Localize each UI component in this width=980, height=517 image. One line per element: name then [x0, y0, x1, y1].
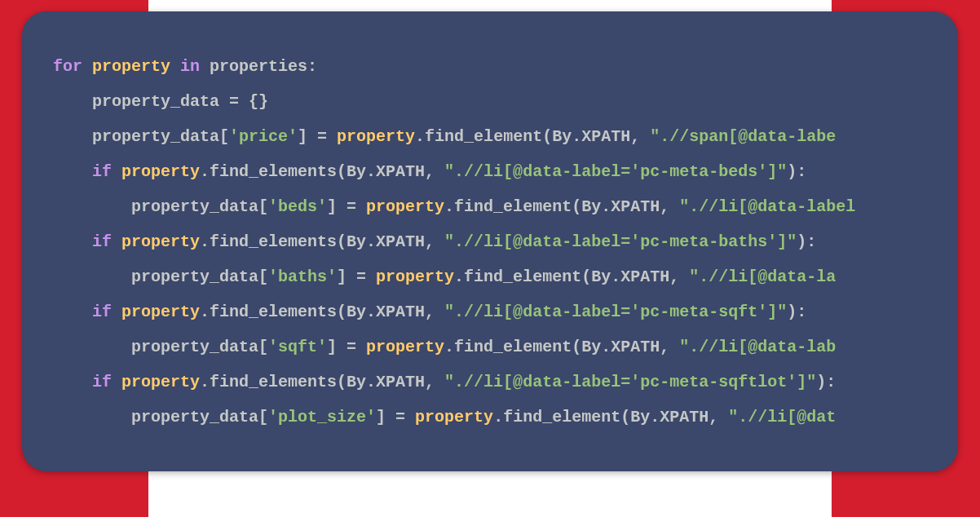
code-token: .find_element(By.XPATH, [415, 127, 650, 146]
code-token: ".//li[@data-label='pc-meta-sqftlot']" [444, 373, 816, 391]
code-line: property_data['baths'] = property.find_e… [53, 259, 942, 294]
code-token: = [356, 267, 376, 286]
code-token: if [92, 303, 121, 321]
code-line: property_data = {} [53, 84, 942, 119]
code-line: if property.find_elements(By.XPATH, ".//… [53, 224, 942, 259]
code-line: if property.find_elements(By.XPATH, ".//… [53, 154, 942, 189]
code-token: = [229, 92, 249, 111]
code-container: for property in properties: property_dat… [53, 49, 942, 435]
code-token: ): [787, 162, 806, 181]
code-token: property_data[ [92, 127, 229, 146]
code-token: = [347, 197, 366, 216]
code-token: .find_element(By.XPATH, [454, 267, 689, 286]
code-token: property_data[ [131, 197, 268, 216]
code-token: ] [298, 127, 317, 146]
code-token: ".//li[@data-la [689, 267, 836, 286]
code-token: if [92, 162, 121, 181]
code-token: if [92, 232, 121, 251]
code-token: property [121, 232, 200, 251]
code-token: properties [210, 57, 307, 76]
code-line: property_data['sqft'] = property.find_el… [53, 329, 942, 365]
code-token: .find_elements(By.XPATH, [200, 232, 444, 251]
code-token: ): [816, 373, 836, 391]
code-token: = [395, 408, 415, 426]
code-token: ".//li[@data-label='pc-meta-sqft']" [444, 303, 787, 321]
code-token: in [170, 57, 210, 76]
code-token: ".//span[@data-labe [650, 127, 836, 146]
code-token: 'sqft' [268, 338, 327, 356]
code-token: 'price' [229, 127, 298, 146]
code-token: = [347, 338, 366, 356]
code-line: if property.find_elements(By.XPATH, ".//… [53, 294, 942, 329]
code-token: {} [249, 92, 268, 111]
code-token: property [92, 57, 170, 76]
code-token: ] [337, 267, 356, 286]
code-token: property [337, 127, 415, 146]
code-line: for property in properties: [53, 49, 942, 84]
code-token: property [415, 408, 493, 426]
code-token: .find_elements(By.XPATH, [200, 162, 444, 181]
code-token: .find_element(By.XPATH, [444, 197, 679, 216]
code-token: ] [327, 338, 347, 356]
code-token: ): [797, 232, 816, 251]
code-token: property_data[ [131, 408, 268, 426]
code-token: property [366, 338, 444, 356]
code-token: ".//li[@data-lab [679, 338, 836, 356]
code-token: .find_elements(By.XPATH, [200, 303, 444, 321]
code-token: ] [327, 197, 347, 216]
code-token: property_data[ [131, 267, 268, 286]
code-token: for [53, 57, 92, 76]
code-token: .find_element(By.XPATH, [444, 338, 679, 356]
code-token: if [92, 373, 121, 391]
code-block: for property in properties: property_dat… [22, 11, 958, 471]
code-token: ".//li[@data-label='pc-meta-baths']" [444, 232, 797, 251]
code-token: property_data[ [131, 338, 268, 356]
code-token: 'baths' [268, 267, 337, 286]
code-token: ".//li[@data-label='pc-meta-beds']" [444, 162, 787, 181]
code-token: ] [376, 408, 395, 426]
code-token: property [366, 197, 444, 216]
code-token: ): [787, 303, 806, 321]
code-token: property [121, 162, 200, 181]
code-token: property [121, 303, 200, 321]
code-token: .find_elements(By.XPATH, [200, 373, 444, 391]
code-token: : [307, 57, 317, 76]
code-token: property_data [92, 92, 229, 111]
code-token: property [121, 373, 200, 391]
code-token: 'beds' [268, 197, 327, 216]
code-token: = [317, 127, 337, 146]
code-line: property_data['plot_size'] = property.fi… [53, 400, 942, 435]
code-token: ".//li[@dat [728, 408, 836, 426]
code-line: if property.find_elements(By.XPATH, ".//… [53, 365, 942, 400]
code-token: property [376, 267, 454, 286]
code-token: 'plot_size' [268, 408, 376, 426]
code-token: ".//li[@data-label [679, 197, 855, 216]
code-line: property_data['price'] = property.find_e… [53, 119, 942, 154]
code-token: .find_element(By.XPATH, [493, 408, 728, 426]
code-line: property_data['beds'] = property.find_el… [53, 189, 942, 224]
